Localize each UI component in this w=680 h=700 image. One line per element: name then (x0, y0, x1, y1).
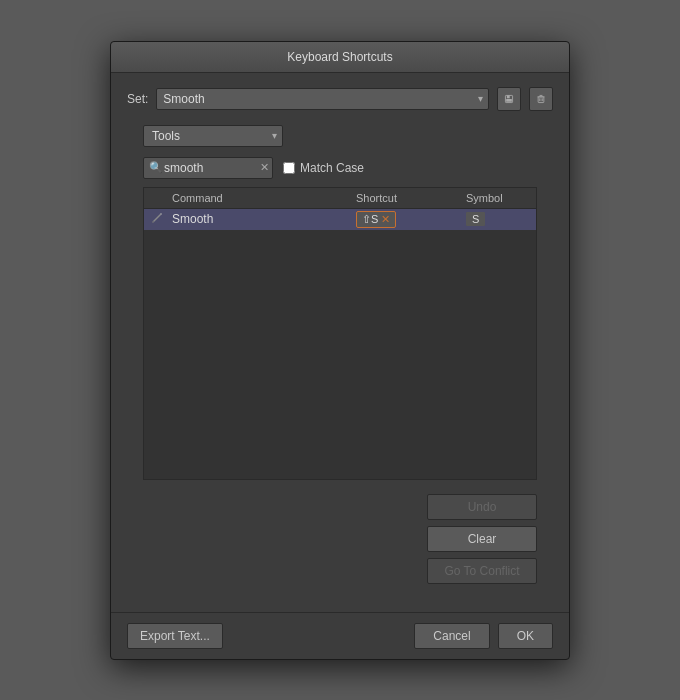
match-case-row: Match Case (283, 161, 364, 175)
category-select-wrapper: Tools (143, 125, 283, 147)
shortcut-table: Command Shortcut Symbol Smooth (143, 187, 537, 480)
category-row: Tools (143, 125, 537, 147)
row-shortcut: ⇧S ✕ (356, 211, 466, 228)
table-body: Smooth ⇧S ✕ S (144, 209, 536, 479)
set-select-wrapper: Smooth (156, 88, 489, 110)
shortcut-remove-button[interactable]: ✕ (381, 213, 390, 226)
action-buttons: Undo Clear Go To Conflict (143, 494, 537, 584)
svg-rect-1 (507, 95, 510, 98)
search-icon: 🔍 (149, 161, 163, 174)
cancel-button[interactable]: Cancel (414, 623, 489, 649)
row-icon (144, 211, 172, 228)
table-row[interactable]: Smooth ⇧S ✕ S (144, 209, 536, 230)
delete-set-button[interactable] (529, 87, 553, 111)
table-header: Command Shortcut Symbol (144, 188, 536, 209)
save-icon (504, 92, 514, 106)
title-text: Keyboard Shortcuts (287, 50, 392, 64)
svg-rect-2 (506, 99, 512, 102)
clear-search-button[interactable]: ✕ (260, 162, 269, 173)
keyboard-shortcuts-dialog: Keyboard Shortcuts Set: Smooth (110, 41, 570, 660)
undo-button[interactable]: Undo (427, 494, 537, 520)
trash-icon (536, 92, 546, 106)
bottom-right-buttons: Cancel OK (414, 623, 553, 649)
set-label: Set: (127, 92, 148, 106)
search-row: 🔍 ✕ Match Case (143, 157, 537, 179)
column-command: Command (144, 192, 356, 204)
ok-button[interactable]: OK (498, 623, 553, 649)
search-input-wrapper: 🔍 ✕ (143, 157, 273, 179)
export-text-button[interactable]: Export Text... (127, 623, 223, 649)
row-symbol: S (466, 212, 536, 226)
category-select[interactable]: Tools (143, 125, 283, 147)
set-row: Set: Smooth (127, 87, 553, 111)
symbol-tag: S (466, 212, 485, 226)
match-case-label[interactable]: Match Case (300, 161, 364, 175)
clear-button[interactable]: Clear (427, 526, 537, 552)
row-name: Smooth (172, 212, 356, 226)
dialog-title: Keyboard Shortcuts (111, 42, 569, 73)
pencil-icon (151, 211, 165, 225)
go-to-conflict-button[interactable]: Go To Conflict (427, 558, 537, 584)
save-set-button[interactable] (497, 87, 521, 111)
set-select[interactable]: Smooth (156, 88, 489, 110)
bottom-bar: Export Text... Cancel OK (111, 612, 569, 659)
shortcut-tag: ⇧S ✕ (356, 211, 396, 228)
match-case-checkbox[interactable] (283, 162, 295, 174)
column-shortcut: Shortcut (356, 192, 466, 204)
shortcut-text: ⇧S (362, 213, 378, 226)
column-symbol: Symbol (466, 192, 536, 204)
